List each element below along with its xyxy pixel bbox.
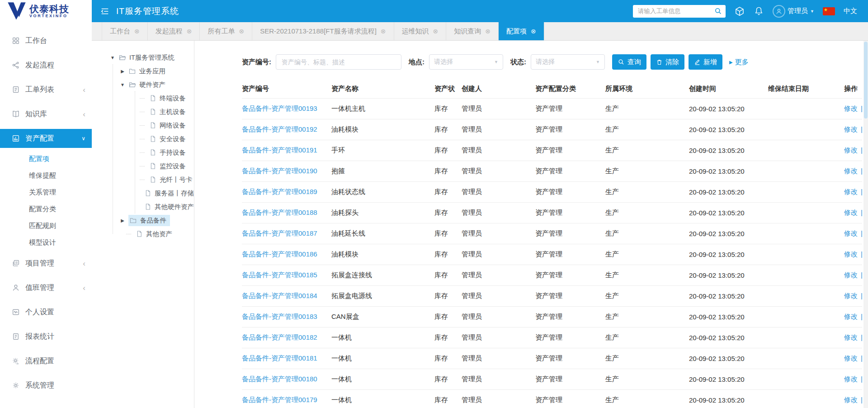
sidebar-subitem-config-items[interactable]: 配置项 bbox=[0, 151, 92, 167]
tree-node-business-apps[interactable]: ▶ 业务应用 bbox=[92, 64, 194, 78]
clear-button[interactable]: 清除 bbox=[651, 54, 684, 70]
edit-link[interactable]: 修改 bbox=[844, 188, 858, 195]
sidebar-subitem-match-rules[interactable]: 匹配规则 bbox=[0, 218, 92, 234]
tree-collapsed-icon[interactable]: ▶ bbox=[120, 69, 125, 74]
tree-collapsed-icon[interactable]: ▶ bbox=[120, 218, 125, 223]
asset-id-link[interactable]: 备品备件-资产管理00189 bbox=[242, 188, 317, 195]
table-row[interactable]: 备品备件-资产管理00191 手环 库存 管理员 资产管理 生产 20-09-0… bbox=[242, 140, 862, 161]
edit-link[interactable]: 修改 bbox=[844, 146, 858, 154]
asset-id-link[interactable]: 备品备件-资产管理00187 bbox=[242, 229, 317, 237]
sidebar-subitem-maintenance-reminder[interactable]: 维保提醒 bbox=[0, 167, 92, 184]
sidebar-item-ticket-list[interactable]: 工单列表 ‹ bbox=[0, 77, 92, 102]
sidebar-item-project-mgmt[interactable]: 项目管理 ‹ bbox=[0, 251, 92, 275]
edit-link[interactable]: 修改 bbox=[844, 167, 858, 175]
edit-link[interactable]: 修改 bbox=[844, 250, 858, 258]
table-row[interactable]: 备品备件-资产管理00189 油耗状态线 库存 管理员 资产管理 生产 20-0… bbox=[242, 181, 862, 202]
cube-icon[interactable] bbox=[734, 6, 745, 17]
tree-leaf-server-storage[interactable]: 服务器丨存储 bbox=[92, 186, 194, 200]
asset-id-link[interactable]: 备品备件-资产管理00190 bbox=[242, 167, 317, 175]
sidebar-item-asset-config[interactable]: 资产配置 ∨ bbox=[0, 129, 92, 148]
table-row[interactable]: 备品备件-资产管理00181 一体机 库存 管理员 资产管理 生产 20-09-… bbox=[242, 348, 862, 369]
asset-id-link[interactable]: 备品备件-资产管理00193 bbox=[242, 104, 317, 112]
add-button[interactable]: 新增 bbox=[689, 54, 722, 70]
asset-no-input[interactable] bbox=[276, 54, 401, 70]
edit-link[interactable]: 修改 bbox=[844, 125, 858, 133]
table-row[interactable]: 备品备件-资产管理00183 CAN展盒 库存 管理员 资产管理 生产 20-0… bbox=[242, 306, 862, 327]
tab[interactable]: SER-20210713-2188[FT服务请求流程] ⊗ bbox=[252, 22, 394, 40]
tree-leaf-other-assets[interactable]: 其他资产 bbox=[92, 227, 194, 241]
table-row[interactable]: 备品备件-资产管理00192 油耗模块 库存 管理员 资产管理 生产 20-09… bbox=[242, 119, 862, 140]
asset-id-link[interactable]: 备品备件-资产管理00181 bbox=[242, 354, 317, 362]
query-button[interactable]: 查询 bbox=[612, 54, 646, 70]
table-row[interactable]: 备品备件-资产管理00185 拓展盒连接线 库存 管理员 资产管理 生产 20-… bbox=[242, 265, 862, 285]
china-flag-icon[interactable] bbox=[823, 7, 835, 15]
edit-link[interactable]: 修改 bbox=[844, 333, 858, 341]
sidebar-item-report-stats[interactable]: 报表统计 bbox=[0, 324, 92, 349]
edit-link[interactable]: 修改 bbox=[844, 271, 858, 279]
edit-link[interactable]: 修改 bbox=[844, 396, 858, 403]
tree-leaf-terminal-devices[interactable]: 终端设备 bbox=[92, 91, 194, 105]
asset-id-link[interactable]: 备品备件-资产管理00192 bbox=[242, 125, 317, 133]
table-row[interactable]: 备品备件-资产管理00187 油耗延长线 库存 管理员 资产管理 生产 20-0… bbox=[242, 223, 862, 244]
tree-node-hardware-assets[interactable]: ▼ 硬件资产 bbox=[92, 78, 194, 91]
close-tab-icon[interactable]: ⊗ bbox=[381, 28, 386, 35]
tab[interactable]: 发起流程 ⊗ bbox=[148, 22, 200, 40]
close-tab-icon[interactable]: ⊗ bbox=[187, 28, 192, 35]
asset-id-link[interactable]: 备品备件-资产管理00179 bbox=[242, 396, 317, 403]
tree-expanded-icon[interactable]: ▼ bbox=[110, 55, 115, 60]
more-link[interactable]: ▶ 更多 bbox=[729, 58, 749, 66]
search-icon[interactable] bbox=[714, 7, 722, 15]
table-row[interactable]: 备品备件-资产管理00179 一体机 库存 管理员 资产管理 生产 20-09-… bbox=[242, 389, 862, 408]
tree-leaf-network-devices[interactable]: 网络设备 bbox=[92, 119, 194, 132]
asset-id-link[interactable]: 备品备件-资产管理00180 bbox=[242, 375, 317, 383]
sidebar-item-workbench[interactable]: 工作台 bbox=[0, 28, 92, 53]
asset-id-link[interactable]: 备品备件-资产管理00182 bbox=[242, 333, 317, 341]
tree-leaf-monitoring-devices[interactable]: 监控设备 bbox=[92, 159, 194, 173]
bell-icon[interactable] bbox=[754, 6, 764, 16]
edit-link[interactable]: 修改 bbox=[844, 292, 858, 299]
asset-id-link[interactable]: 备品备件-资产管理00184 bbox=[242, 292, 317, 299]
asset-id-link[interactable]: 备品备件-资产管理00191 bbox=[242, 146, 317, 154]
sidebar-subitem-config-category[interactable]: 配置分类 bbox=[0, 201, 92, 218]
scrollbar-thumb[interactable] bbox=[864, 42, 868, 119]
collapse-sidebar-icon[interactable] bbox=[100, 6, 110, 16]
tree-node-spare-parts[interactable]: ▶ 备品备件 bbox=[92, 213, 194, 227]
user-menu[interactable]: 管理员 ▼ bbox=[773, 5, 814, 18]
close-tab-icon[interactable]: ⊗ bbox=[433, 28, 439, 35]
sidebar-item-personal-settings[interactable]: 个人设置 bbox=[0, 300, 92, 324]
tab[interactable]: 运维知识 ⊗ bbox=[394, 22, 447, 40]
tree-leaf-other-hardware[interactable]: 其他硬件资产 bbox=[92, 200, 194, 213]
tab[interactable]: 工作台 ⊗ bbox=[102, 22, 148, 40]
asset-id-link[interactable]: 备品备件-资产管理00188 bbox=[242, 209, 317, 216]
close-tab-icon[interactable]: ⊗ bbox=[134, 28, 140, 35]
status-select[interactable]: 请选择 ▼ bbox=[531, 54, 605, 70]
tab[interactable]: 配置项 ⊗ bbox=[499, 22, 544, 40]
tab[interactable]: 知识查询 ⊗ bbox=[446, 22, 499, 40]
close-tab-icon[interactable]: ⊗ bbox=[531, 28, 536, 35]
tree-node-root[interactable]: ▼ IT服务管理系统 bbox=[92, 51, 194, 64]
sidebar-item-knowledge-base[interactable]: 知识库 ‹ bbox=[0, 102, 92, 126]
edit-link[interactable]: 修改 bbox=[844, 313, 858, 320]
table-row[interactable]: 备品备件-资产管理00188 油耗探头 库存 管理员 资产管理 生产 20-09… bbox=[242, 202, 862, 223]
language-switch[interactable]: 中文 bbox=[844, 7, 857, 15]
location-select[interactable]: 请选择 ▼ bbox=[429, 54, 503, 70]
edit-link[interactable]: 修改 bbox=[844, 354, 858, 362]
table-row[interactable]: 备品备件-资产管理00182 一体机 库存 管理员 资产管理 生产 20-09-… bbox=[242, 327, 862, 348]
asset-id-link[interactable]: 备品备件-资产管理00183 bbox=[242, 313, 317, 320]
table-row[interactable]: 备品备件-资产管理00186 油耗模块 库存 管理员 资产管理 生产 20-09… bbox=[242, 244, 862, 265]
sidebar-item-process-config[interactable]: 流程配置 bbox=[0, 349, 92, 373]
tree-leaf-host-devices[interactable]: 主机设备 bbox=[92, 105, 194, 119]
edit-link[interactable]: 修改 bbox=[844, 209, 858, 216]
vertical-scrollbar[interactable] bbox=[863, 41, 868, 408]
tree-leaf-security-devices[interactable]: 安全设备 bbox=[92, 132, 194, 146]
tree-leaf-handheld-devices[interactable]: 手持设备 bbox=[92, 146, 194, 159]
edit-link[interactable]: 修改 bbox=[844, 375, 858, 383]
table-row[interactable]: 备品备件-资产管理00184 拓展盒电源线 库存 管理员 资产管理 生产 20-… bbox=[242, 285, 862, 306]
edit-link[interactable]: 修改 bbox=[844, 229, 858, 237]
close-tab-icon[interactable]: ⊗ bbox=[239, 28, 244, 35]
sidebar-item-system-mgmt[interactable]: 系统管理 bbox=[0, 373, 92, 398]
sidebar-item-duty-mgmt[interactable]: 值班管理 ‹ bbox=[0, 275, 92, 300]
asset-id-link[interactable]: 备品备件-资产管理00186 bbox=[242, 250, 317, 258]
close-tab-icon[interactable]: ⊗ bbox=[485, 28, 491, 35]
tab[interactable]: 所有工单 ⊗ bbox=[200, 22, 252, 40]
